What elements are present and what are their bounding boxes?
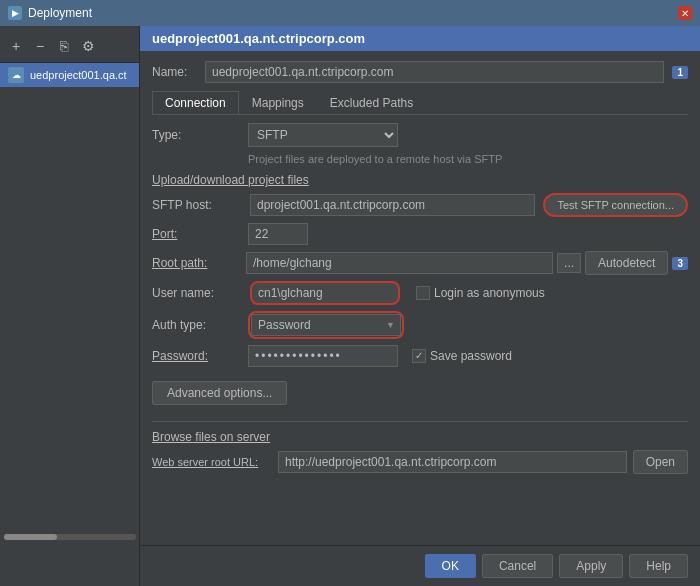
auth-select-wrapper: Password Key pair OpenSSH config and aut…: [251, 314, 401, 336]
web-url-input[interactable]: [278, 451, 627, 473]
tab-connection[interactable]: Connection: [152, 91, 239, 114]
settings-server-button[interactable]: ⚙: [78, 36, 98, 56]
sidebar-toolbar: + − ⎘ ⚙: [0, 32, 139, 63]
user-name-row: User name: Login as anonymous: [152, 281, 688, 305]
apply-button[interactable]: Apply: [559, 554, 623, 578]
name-label: Name:: [152, 65, 197, 79]
sidebar-item-server[interactable]: ☁ uedproject001.qa.ct: [0, 63, 139, 87]
test-sftp-button[interactable]: Test SFTP connection...: [543, 193, 688, 217]
close-button[interactable]: ✕: [678, 6, 692, 20]
root-path-label: Root path:: [152, 256, 242, 270]
name-badge: 1: [672, 66, 688, 79]
save-password-label: Save password: [430, 349, 512, 363]
help-button[interactable]: Help: [629, 554, 688, 578]
type-select-wrapper: SFTP FTP Local or mounted folder: [248, 123, 398, 147]
tabs-bar: Connection Mappings Excluded Paths: [152, 91, 688, 115]
login-as-anon-label: Login as anonymous: [434, 286, 545, 300]
sftp-host-label: SFTP host:: [152, 198, 242, 212]
save-password-row: Save password: [412, 349, 512, 363]
auth-type-label: Auth type:: [152, 318, 242, 332]
port-label: Port:: [152, 227, 242, 241]
type-hint: Project files are deployed to a remote h…: [248, 153, 688, 165]
login-as-anon-row: Login as anonymous: [416, 286, 545, 300]
browse-section-label: Browse files on server: [152, 430, 688, 444]
root-path-input[interactable]: [246, 252, 553, 274]
autodetect-button[interactable]: Autodetect: [585, 251, 668, 275]
name-input[interactable]: [205, 61, 664, 83]
sidebar-scrollbar[interactable]: [4, 534, 136, 540]
cancel-button[interactable]: Cancel: [482, 554, 553, 578]
server-icon: ☁: [8, 67, 24, 83]
root-path-browse-button[interactable]: ...: [557, 253, 581, 273]
user-name-input[interactable]: [250, 281, 400, 305]
port-input[interactable]: [248, 223, 308, 245]
section-divider: [152, 421, 688, 422]
tab-mappings[interactable]: Mappings: [239, 91, 317, 114]
auth-type-highlight: Password Key pair OpenSSH config and aut…: [248, 311, 404, 339]
password-input[interactable]: [248, 345, 398, 367]
copy-server-button[interactable]: ⎘: [54, 36, 74, 56]
type-label: Type:: [152, 128, 242, 142]
ok-button[interactable]: OK: [425, 554, 476, 578]
name-row: Name: 1: [152, 61, 688, 83]
title-bar-left: ▶ Deployment: [8, 6, 92, 20]
auth-type-row: Auth type: Password Key pair OpenSSH con…: [152, 311, 688, 339]
save-password-checkbox[interactable]: [412, 349, 426, 363]
auth-type-select[interactable]: Password Key pair OpenSSH config and aut…: [251, 314, 401, 336]
title-bar: ▶ Deployment ✕: [0, 0, 700, 26]
sidebar: + − ⎘ ⚙ ☁ uedproject001.qa.ct: [0, 26, 140, 586]
sidebar-item-label: uedproject001.qa.ct: [30, 69, 127, 81]
password-label: Password:: [152, 349, 242, 363]
tab-excluded-paths[interactable]: Excluded Paths: [317, 91, 426, 114]
form-area: Name: 1 Connection Mappings Excluded Pat…: [140, 51, 700, 545]
bottom-bar: OK Cancel Apply Help: [140, 545, 700, 586]
autodetect-badge: 3: [672, 257, 688, 270]
sftp-host-row: SFTP host: Test SFTP connection...: [152, 193, 688, 217]
user-name-label: User name:: [152, 286, 242, 300]
add-server-button[interactable]: +: [6, 36, 26, 56]
web-url-row: Web server root URL: Open: [152, 450, 688, 474]
port-row: Port:: [152, 223, 688, 245]
content-area: uedproject001.qa.nt.ctripcorp.com Name: …: [140, 26, 700, 586]
type-select[interactable]: SFTP FTP Local or mounted folder: [248, 123, 398, 147]
main-container: + − ⎘ ⚙ ☁ uedproject001.qa.ct uedproject…: [0, 26, 700, 586]
server-name-header: uedproject001.qa.nt.ctripcorp.com: [140, 26, 700, 51]
title-bar-text: Deployment: [28, 6, 92, 20]
password-row: Password: Save password: [152, 345, 688, 367]
upload-section-label: Upload/download project files: [152, 173, 688, 187]
open-button[interactable]: Open: [633, 450, 688, 474]
advanced-options-button[interactable]: Advanced options...: [152, 381, 287, 405]
login-as-anon-checkbox[interactable]: [416, 286, 430, 300]
remove-server-button[interactable]: −: [30, 36, 50, 56]
app-icon: ▶: [8, 6, 22, 20]
type-row: Type: SFTP FTP Local or mounted folder: [152, 123, 688, 147]
web-url-label: Web server root URL:: [152, 456, 272, 468]
root-path-row: Root path: ... Autodetect 3: [152, 251, 688, 275]
sftp-host-input[interactable]: [250, 194, 535, 216]
